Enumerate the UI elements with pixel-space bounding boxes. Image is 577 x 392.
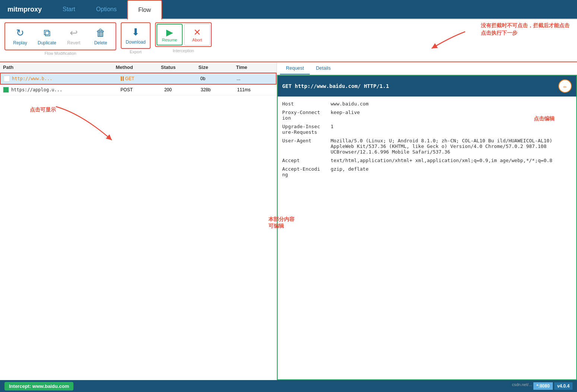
annotation-list-click: 点击可显示 (30, 107, 277, 113)
header-row-host: Host www.baidu.com (282, 99, 572, 108)
revert-icon: ↩ (70, 27, 78, 39)
col-time: Time (236, 64, 274, 70)
replay-label: Replay (13, 40, 27, 45)
toolbar: ↻ Replay ⧉ Duplicate ↩ Revert 🗑 Delete F… (0, 19, 577, 62)
header-name-useragent: User-Agent (282, 136, 331, 156)
request-line: GET http://www.baidu.com/ HTTP/1.1 (282, 83, 389, 89)
tab-request[interactable]: Request (280, 62, 310, 75)
export-label: Export (130, 50, 142, 54)
status-bar: Intercept: www.baidu.com csdn.net/... *:… (0, 380, 577, 392)
header-row-accept-encoding: Accept-Encoding gzip, deflate (282, 165, 572, 179)
headers-table: Host www.baidu.com Proxy-Connection keep… (282, 99, 572, 179)
status-port: *:8080 (533, 382, 552, 390)
header-row-useragent: User-Agent Mozilla/5.0 (Linux; U; Androi… (282, 136, 572, 156)
interception-section-label: Interception (173, 48, 194, 53)
flow-indicator-2 (3, 87, 9, 93)
flow-path-2: https://applog.u... (11, 87, 120, 92)
tab-details[interactable]: Details (310, 62, 337, 75)
annotation-top-right: 没有拦截时不可点击，拦截后才能点击 点击执行下一步 (481, 22, 570, 37)
resume-label: Resume (162, 38, 177, 42)
flow-modification-redbox: ↻ Replay ⧉ Duplicate ↩ Revert 🗑 Delete (4, 22, 116, 50)
annotation-editable-text: 本部分内容 可编辑 (278, 216, 294, 229)
menu-bar: mitmproxy Start Options Flow (0, 0, 577, 19)
download-icon: ⬇ (132, 26, 140, 38)
pause-icon-1 (121, 76, 124, 81)
header-value-host: www.baidu.com (331, 99, 572, 108)
header-name-proxy: Proxy-Connection (282, 108, 331, 122)
col-status: Status (161, 64, 199, 70)
request-header: GET http://www.baidu.com/ HTTP/1.1 ✏ (278, 76, 576, 97)
download-label: Download (126, 39, 145, 45)
download-redbox: ⬇ Download (121, 22, 151, 49)
flow-status-2: 200 (164, 87, 201, 92)
interception-group: ▶ Resume ✕ Abort Interception (155, 22, 212, 53)
flow-time-2: 111ms (237, 87, 274, 92)
duplicate-icon: ⧉ (44, 27, 51, 39)
header-value-upgrade: 1 (331, 122, 572, 136)
status-domain-hint: csdn.net/... (512, 382, 532, 390)
status-right: csdn.net/... *:8080 v4.0.4 (512, 382, 573, 390)
flow-list-panel: Path Method Status Size Time http://www.… (0, 62, 277, 380)
header-row-upgrade: Upgrade-Insecure-Requests 1 (282, 122, 572, 136)
abort-button[interactable]: ✕ Abort (184, 24, 210, 45)
revert-label: Revert (67, 40, 80, 45)
main-content: Path Method Status Size Time http://www.… (0, 62, 577, 380)
delete-button[interactable]: 🗑 Delete (87, 25, 114, 48)
menu-start[interactable]: Start (52, 0, 86, 19)
flow-list-header: Path Method Status Size Time (0, 62, 277, 73)
header-name-host: Host (282, 99, 331, 108)
edit-button[interactable]: ✏ (558, 79, 572, 93)
play-icon: ▶ (166, 27, 173, 38)
detail-panel: Request Details GET http://www.baidu.com… (277, 62, 577, 380)
revert-button[interactable]: ↩ Revert (60, 25, 87, 48)
flow-indicator-1 (4, 76, 10, 82)
col-method: Method (116, 64, 161, 70)
resume-button[interactable]: ▶ Resume (157, 24, 183, 45)
menu-flow[interactable]: Flow (127, 0, 162, 19)
annotation-line2: 点击执行下一步 (481, 30, 570, 37)
menu-options[interactable]: Options (86, 0, 127, 19)
header-name-upgrade: Upgrade-Insecure-Requests (282, 122, 331, 136)
annotation-edit-text: 点击编辑 (534, 116, 555, 122)
flow-modification-group: ↻ Replay ⧉ Duplicate ↩ Revert 🗑 Delete F… (4, 22, 116, 56)
duplicate-button[interactable]: ⧉ Duplicate (34, 25, 60, 48)
duplicate-label: Duplicate (38, 40, 56, 45)
download-button[interactable]: ⬇ Download (122, 24, 149, 47)
annotation-arrow2 (52, 103, 127, 148)
app-logo: mitmproxy (0, 0, 52, 19)
header-row-accept: Accept text/html,application/xhtml+ xml,… (282, 156, 572, 165)
close-icon: ✕ (193, 27, 201, 38)
delete-label: Delete (94, 40, 107, 45)
header-value-accept: text/html,application/xhtml+ xml,applica… (331, 156, 572, 165)
flow-method-2: POST (120, 87, 164, 92)
replay-button[interactable]: ↻ Replay (7, 25, 34, 48)
annotation-editable: 本部分内容 可编辑 (278, 216, 294, 230)
request-detail: GET http://www.baidu.com/ HTTP/1.1 ✏ 点击编… (277, 75, 577, 380)
header-row-proxy: Proxy-Connection keep-alive (282, 108, 572, 122)
header-name-accept-encoding: Accept-Encoding (282, 165, 331, 179)
flow-modification-buttons: ↻ Replay ⧉ Duplicate ↩ Revert 🗑 Delete (7, 25, 114, 48)
col-size: Size (198, 64, 236, 70)
status-intercept: Intercept: www.baidu.com (4, 382, 73, 391)
export-group: ⬇ Download Export (121, 22, 151, 54)
status-version: v4.0.4 (554, 382, 573, 390)
abort-label: Abort (192, 38, 202, 42)
flow-modification-label: Flow Modification (45, 51, 76, 56)
flow-row-1[interactable]: http://www.b... GET 0b ... (0, 73, 277, 85)
header-name-accept: Accept (282, 156, 331, 165)
flow-size-2: 328b (201, 87, 237, 92)
flow-path-1: http://www.b... (12, 76, 121, 81)
annotation-arrow1 (428, 30, 473, 52)
flow-size-1: 0b (201, 76, 237, 81)
flow-row-2[interactable]: https://applog.u... POST 200 328b 111ms (0, 85, 277, 95)
flow-time-1: ... (237, 76, 273, 81)
replay-icon: ↻ (16, 27, 24, 39)
annotation-line1: 没有拦截时不可点击，拦截后才能点击 (481, 22, 570, 29)
header-value-accept-encoding: gzip, deflate (331, 165, 572, 179)
interception-buttons-container: ▶ Resume ✕ Abort (155, 22, 212, 47)
header-value-useragent: Mozilla/5.0 (Linux; U; Android 8.1.0; zh… (331, 136, 572, 156)
annotation-edit-click: 点击编辑 (534, 116, 555, 122)
request-body: Host www.baidu.com Proxy-Connection keep… (278, 97, 576, 379)
flow-method-1: GET (121, 76, 164, 81)
delete-icon: 🗑 (96, 27, 105, 39)
